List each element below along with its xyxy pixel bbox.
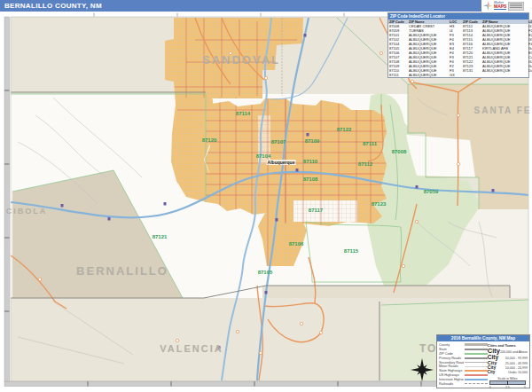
legend-city-range: 100,000 and Above (500, 351, 528, 355)
legend-city-range: 25,000 - 49,999 (505, 363, 528, 366)
legend-item-swatch (465, 357, 488, 359)
legend-item-swatch (465, 366, 488, 367)
legend-item-swatch (465, 370, 488, 372)
scale-tick: 2.5 (505, 386, 510, 389)
title-banner: BERNALILLO COUNTY, NM (0, 0, 481, 12)
legend-city-range: 50,000 - 99,999 (505, 357, 528, 361)
scale-label: Scale in Miles (488, 377, 528, 380)
scale-tick: 0 (489, 386, 491, 389)
logo-star-icon (483, 1, 493, 11)
legend-item-label: State (439, 348, 464, 351)
scale-tick: 5 (524, 386, 526, 389)
legend-item-swatch (465, 379, 488, 380)
legend-item-label: US Highways (439, 373, 464, 377)
zip-index-cell (528, 73, 532, 77)
legend-item-label: ZIP Code (439, 352, 464, 356)
zip-index-title: ZIP Code Index/Grid Locator (388, 13, 528, 20)
page-title: BERNALILLO COUNTY, NM (4, 2, 102, 10)
legend-item-label: State Highways (439, 369, 464, 372)
logo-wordmark: Market MAPS (494, 2, 506, 11)
marketmaps-logo: Market MAPS (481, 0, 532, 12)
legend-item-railroads: Railroads (439, 382, 488, 387)
legend-item-swatch (465, 383, 488, 384)
isleta-strip (262, 286, 510, 298)
legend-body: CountyStateZIP CodePrimary RoadsSecondar… (437, 341, 529, 390)
map-page: SANDOVALSANTA FECIBOLABERNALILLOVALENCIA… (0, 0, 532, 392)
zip-index-table: ZIP CodeZIP NameLOCZIP CodeZIP NameLOC 8… (388, 20, 532, 77)
legend-item-label: Secondary Roads (439, 361, 464, 365)
zip-code-index-panel: ZIP Code Index/Grid Locator ZIP CodeZIP … (387, 12, 529, 78)
legend-item-swatch (465, 349, 488, 350)
tijeras-valley (406, 135, 475, 177)
legend-item-swatch (465, 353, 488, 355)
zip-index-cell: G3 (449, 73, 462, 77)
legend-item-swatch (465, 343, 488, 346)
legend-item-label: Interstate Highways (439, 378, 464, 381)
legend-city-sample: City (488, 371, 496, 375)
zip-index-cell: 87111 (388, 73, 408, 77)
zip-index-cell (462, 73, 481, 77)
legend-line-items: CountyStateZIP CodePrimary RoadsSecondar… (439, 343, 488, 389)
legend-item-swatch (465, 374, 488, 376)
zip-index-cell: ALBUQUERQUE (408, 73, 449, 77)
legend-title: 2016 Bernalillo County, NM Map (437, 335, 529, 341)
zip-index-row: 87111ALBUQUERQUEG3 (388, 73, 532, 77)
legend-city-range: Under 10,000 (508, 372, 528, 375)
zip-index-cell (481, 73, 528, 77)
scale-bar (489, 380, 526, 385)
legend-item-label: Minor Roads (439, 365, 464, 368)
zip-index-cell: D4 (528, 68, 532, 73)
legend-scale: Scale in Miles 02.55 (488, 377, 528, 389)
logo-word-bottom: MAPS (494, 4, 506, 10)
legend-item-label: County (439, 343, 464, 347)
scale-ticks: 02.55 (488, 386, 528, 389)
legend-city-row: CityUnder 10,000 (488, 371, 528, 375)
map-legend: 2016 Bernalillo County, NM Map CountySta… (436, 334, 530, 388)
legend-cities-column: Cities and Towns City100,000 and AboveCi… (488, 343, 528, 389)
legend-item-swatch (465, 362, 488, 363)
legend-item-label: Railroads (439, 382, 464, 386)
logo-fineprint (508, 2, 524, 11)
legend-item-label: Primary Roads (439, 357, 464, 360)
